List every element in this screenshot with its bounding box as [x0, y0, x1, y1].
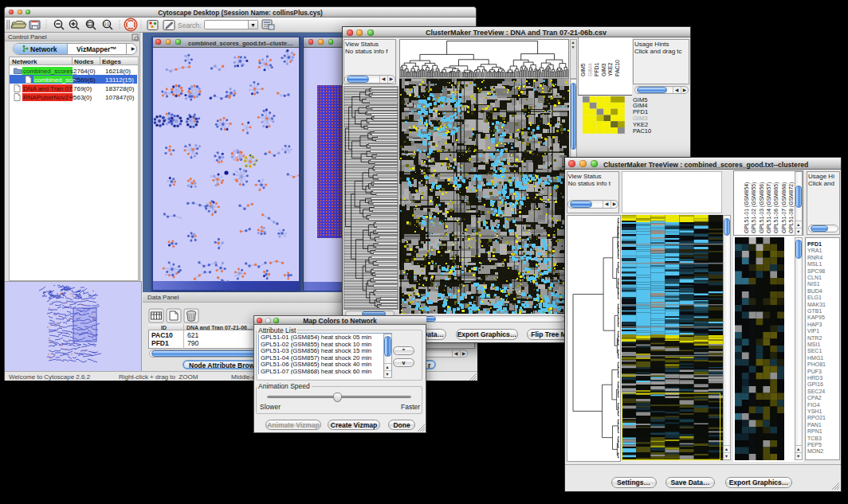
svg-text:1:1: 1:1 — [104, 22, 110, 26]
